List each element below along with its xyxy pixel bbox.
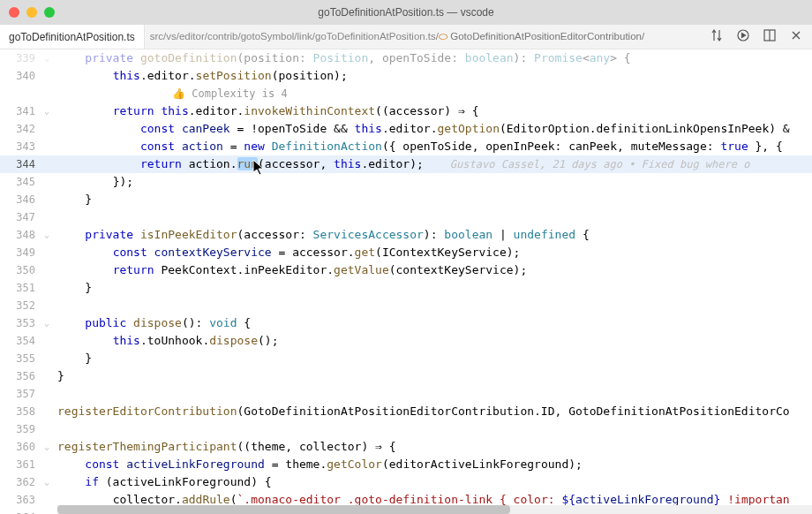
line-number: 339 [0, 49, 44, 67]
scrollbar-thumb[interactable] [57, 505, 510, 514]
line-number: 362 [0, 473, 44, 491]
line-number: 350 [0, 261, 44, 279]
breadcrumb-path: src/vs/editor/contrib/gotoSymbol/link/go… [150, 31, 439, 42]
breadcrumb[interactable]: src/vs/editor/contrib/gotoSymbol/link/go… [145, 31, 701, 42]
current-line: 344 return action.run(accessor, this.edi… [0, 155, 812, 173]
line-number: 364 [0, 509, 44, 514]
line-number: 352 [0, 297, 44, 314]
selected-token[interactable]: run [237, 157, 258, 170]
line-number: 355 [0, 350, 44, 367]
line-number: 353 [0, 314, 44, 332]
line-number: 340 [0, 67, 44, 85]
codelens[interactable]: 👍 Complexity is 4 [57, 85, 812, 102]
line-number: 342 [0, 120, 44, 138]
window-title: goToDefinitionAtPosition.ts — vscode [0, 6, 812, 19]
codelens-text: Complexity is 4 [192, 87, 287, 100]
line-number: 346 [0, 191, 44, 208]
codelens-icon: 👍 [172, 87, 185, 100]
line-number: 361 [0, 456, 44, 473]
line-number: 341 [0, 102, 44, 120]
editor-actions [701, 28, 812, 45]
tab-label: goToDefinitionAtPosition.ts [9, 31, 135, 43]
close-icon[interactable] [789, 28, 803, 45]
run-icon[interactable] [736, 28, 750, 45]
line-number: 358 [0, 403, 44, 420]
compare-icon[interactable] [710, 28, 724, 45]
line-number: 354 [0, 332, 44, 350]
line-number: 351 [0, 279, 44, 297]
line-number: 360 [0, 438, 44, 456]
titlebar: goToDefinitionAtPosition.ts — vscode [0, 0, 812, 25]
git-blame[interactable]: Gustavo Cassel, 21 days ago • Fixed bug … [424, 158, 750, 170]
line-number: 356 [0, 367, 44, 385]
line-number: 349 [0, 244, 44, 261]
line-number: 359 [0, 420, 44, 438]
line-number: 363 [0, 491, 44, 509]
line-number: 344 [0, 155, 44, 173]
line-number: 348 [0, 226, 44, 244]
tab-bar: goToDefinitionAtPosition.ts src/vs/edito… [0, 25, 812, 49]
line-number: 343 [0, 138, 44, 155]
line-number: 357 [0, 385, 44, 403]
horizontal-scrollbar[interactable] [57, 505, 812, 514]
tab-file[interactable]: goToDefinitionAtPosition.ts [0, 25, 145, 49]
code-editor[interactable]: 339⌄ private gotoDefinition(position: Po… [0, 49, 812, 514]
line-number: 347 [0, 208, 44, 226]
split-editor-icon[interactable] [763, 28, 777, 45]
breadcrumb-symbol: GotoDefinitionAtPositionEditorContributi… [450, 31, 644, 42]
line-number: 345 [0, 173, 44, 191]
